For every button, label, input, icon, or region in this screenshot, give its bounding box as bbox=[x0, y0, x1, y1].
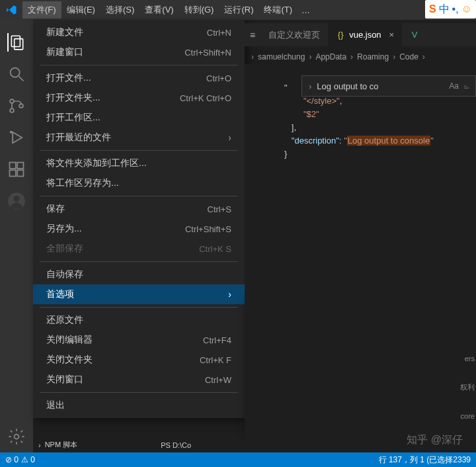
npm-scripts-section[interactable]: › NPM 脚本 PS D:\Co bbox=[38, 440, 191, 450]
file-menu-dropdown: 新建文件Ctrl+N 新建窗口Ctrl+Shift+N 打开文件...Ctrl+… bbox=[33, 20, 245, 418]
side-text: ers 权利 core bbox=[460, 355, 476, 420]
menu-revert[interactable]: 还原文件 bbox=[33, 310, 245, 330]
find-case-button[interactable]: Aa bbox=[446, 81, 461, 91]
menu-separator bbox=[40, 307, 238, 308]
menu-open-recent[interactable]: 打开最近的文件› bbox=[33, 128, 245, 148]
menu-auto-save[interactable]: 自动保存 bbox=[33, 265, 245, 284]
menu-open-workspace[interactable]: 打开工作区... bbox=[33, 108, 245, 128]
svg-point-14 bbox=[13, 196, 19, 202]
chevron-right-icon: › bbox=[390, 52, 398, 62]
ime-smile-icon: ☺ bbox=[461, 3, 472, 15]
avatar-icon[interactable] bbox=[7, 192, 26, 210]
chevron-right-icon: › bbox=[306, 52, 314, 62]
terminal-prompt: PS D:\Co bbox=[161, 441, 191, 449]
status-errors[interactable]: ⊘ 0 bbox=[5, 455, 19, 464]
settings-gear-icon[interactable] bbox=[7, 427, 26, 446]
vscode-logo bbox=[5, 4, 17, 16]
svg-point-2 bbox=[11, 68, 20, 77]
code-editor[interactable]: " "</style>", "$2" ], "description": "Lo… bbox=[245, 64, 476, 452]
json-file-icon: {} bbox=[336, 30, 345, 40]
watermark: 知乎 @深仔 bbox=[407, 433, 463, 447]
vue-file-icon: V bbox=[410, 30, 419, 40]
menu-new-window[interactable]: 新建窗口Ctrl+Shift+N bbox=[33, 42, 245, 62]
search-icon[interactable] bbox=[7, 65, 26, 83]
menu-close-window[interactable]: 关闭窗口Ctrl+W bbox=[33, 370, 245, 390]
svg-point-5 bbox=[10, 108, 14, 112]
svg-rect-1 bbox=[15, 39, 23, 50]
explorer-icon[interactable] bbox=[7, 33, 26, 52]
menu-save-workspace-as[interactable]: 将工作区另存为... bbox=[33, 173, 245, 193]
menu-view[interactable]: 查看(V) bbox=[139, 1, 178, 19]
svg-point-6 bbox=[19, 104, 23, 108]
tab-vue[interactable]: V bbox=[402, 23, 427, 46]
menu-exit[interactable]: 退出 bbox=[33, 396, 245, 415]
find-bar: › Log output to co Aa ⎁ bbox=[301, 75, 476, 97]
menu-run[interactable]: 运行(R) bbox=[219, 1, 258, 19]
menu-new-file[interactable]: 新建文件Ctrl+N bbox=[33, 22, 245, 42]
breadcrumb[interactable]: ›samuelchung ›AppData ›Roaming ›Code › bbox=[245, 50, 476, 64]
ime-s-icon: S bbox=[429, 3, 436, 15]
titlebar: 文件(F) 编辑(E) 选择(S) 查看(V) 转到(G) 运行(R) 终端(T… bbox=[0, 0, 476, 20]
svg-point-4 bbox=[10, 99, 14, 103]
ime-bar: S 中 •, ☺ bbox=[425, 0, 476, 19]
menu-add-folder[interactable]: 将文件夹添加到工作区... bbox=[33, 153, 245, 173]
find-word-button[interactable]: ⎁ bbox=[461, 81, 471, 91]
menu-separator bbox=[40, 65, 238, 65]
menu-separator bbox=[40, 392, 238, 393]
menu-save[interactable]: 保存Ctrl+S bbox=[33, 199, 245, 219]
tab-welcome[interactable]: 自定义欢迎页 bbox=[260, 23, 328, 46]
tab-open-editors-icon[interactable]: ≡ bbox=[245, 30, 260, 40]
menu-save-all[interactable]: 全部保存Ctrl+K S bbox=[33, 239, 245, 259]
svg-point-15 bbox=[15, 435, 19, 439]
svg-line-3 bbox=[19, 77, 24, 81]
menu-open-folder[interactable]: 打开文件夹...Ctrl+K Ctrl+O bbox=[33, 88, 245, 108]
status-bar: ⊘ 0 ⚠ 0 行 137，列 1 (已选择2339 bbox=[0, 452, 476, 467]
svg-marker-7 bbox=[13, 132, 22, 143]
chevron-right-icon: › bbox=[420, 52, 428, 62]
menu-preferences[interactable]: 首选项› bbox=[33, 284, 245, 304]
menubar: 文件(F) 编辑(E) 选择(S) 查看(V) 转到(G) 运行(R) 终端(T… bbox=[22, 1, 298, 19]
extensions-icon[interactable] bbox=[7, 160, 26, 179]
menu-save-as[interactable]: 另存为...Ctrl+Shift+S bbox=[33, 219, 245, 239]
ime-zhong-icon: 中 bbox=[439, 3, 450, 17]
svg-rect-11 bbox=[10, 170, 16, 176]
menu-edit[interactable]: 编辑(E) bbox=[61, 1, 100, 19]
find-expand-icon[interactable]: › bbox=[306, 81, 314, 91]
svg-rect-0 bbox=[11, 36, 20, 46]
activity-bar bbox=[0, 20, 33, 452]
ime-dot-icon: •, bbox=[452, 3, 459, 15]
menu-more[interactable]: … bbox=[301, 5, 310, 15]
svg-rect-12 bbox=[17, 170, 23, 176]
menu-separator bbox=[40, 150, 238, 151]
debug-icon[interactable] bbox=[7, 128, 26, 147]
menu-go[interactable]: 转到(G) bbox=[179, 1, 219, 19]
status-warnings[interactable]: ⚠ 0 bbox=[21, 455, 35, 464]
tab-vue-json[interactable]: {}vue.json× bbox=[328, 23, 402, 46]
source-control-icon[interactable] bbox=[7, 97, 26, 115]
menu-close-editor[interactable]: 关闭编辑器Ctrl+F4 bbox=[33, 330, 245, 350]
menu-file[interactable]: 文件(F) bbox=[22, 1, 61, 19]
status-cursor-position[interactable]: 行 137，列 1 (已选择2339 bbox=[379, 454, 471, 466]
menu-separator bbox=[40, 196, 238, 196]
chevron-right-icon: › bbox=[38, 441, 41, 449]
chevron-right-icon: › bbox=[348, 52, 356, 62]
find-input[interactable]: Log output to co bbox=[314, 81, 446, 91]
menu-select[interactable]: 选择(S) bbox=[100, 1, 139, 19]
menu-close-folder[interactable]: 关闭文件夹Ctrl+K F bbox=[33, 350, 245, 370]
editor-tabs: ≡ 自定义欢迎页 {}vue.json× V bbox=[245, 23, 476, 46]
menu-open-file[interactable]: 打开文件...Ctrl+O bbox=[33, 68, 245, 88]
svg-point-8 bbox=[11, 132, 12, 133]
tab-close-icon[interactable]: × bbox=[389, 30, 395, 40]
chevron-right-icon: › bbox=[249, 52, 257, 62]
svg-rect-10 bbox=[17, 163, 23, 169]
svg-rect-9 bbox=[10, 163, 16, 169]
chevron-right-icon: › bbox=[228, 289, 231, 300]
menu-separator bbox=[40, 261, 238, 262]
menu-terminal[interactable]: 终端(T) bbox=[258, 1, 298, 19]
chevron-right-icon: › bbox=[228, 132, 231, 143]
